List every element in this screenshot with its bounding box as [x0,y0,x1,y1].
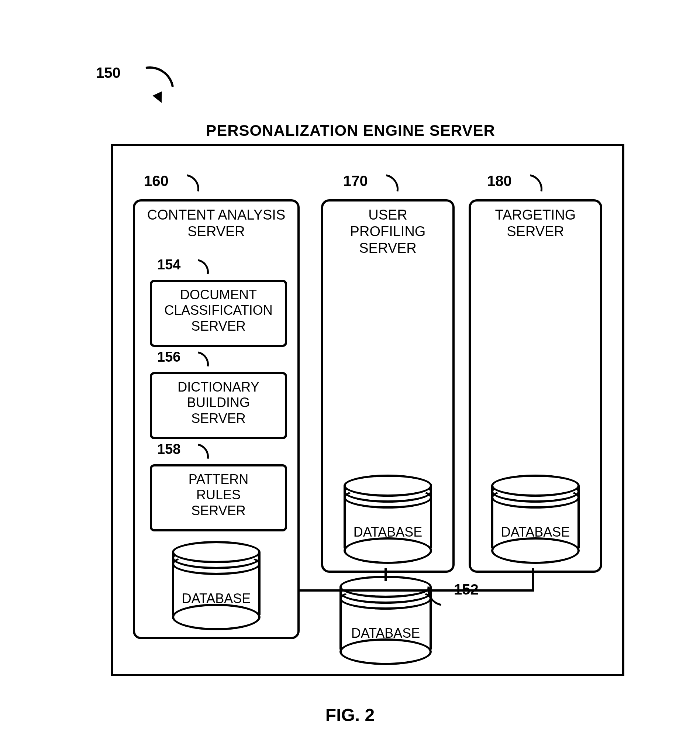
user-profiling-server-box: USERPROFILINGSERVER DATABASE [321,199,454,573]
figure-canvas: 150 PERSONALIZATION ENGINE SERVER 160 CO… [0,0,700,751]
targeting-title: TARGETINGSERVER [471,207,600,240]
user-profiling-db: DATABASE [343,474,432,559]
content-analysis-title: CONTENT ANALYSISSERVER [135,207,297,240]
figure-caption: FIG. 2 [0,705,700,725]
targeting-db-label: DATABASE [491,524,580,540]
figure-ref-150: 150 [96,65,121,81]
ref-160: 160 [144,173,168,189]
content-analysis-server-box: CONTENT ANALYSISSERVER 154 DOCUMENTCLASS… [133,199,300,639]
dictionary-building-box: DICTIONARYBUILDINGSERVER [150,372,287,439]
ref-154: 154 [157,257,181,273]
content-analysis-db-label: DATABASE [172,591,261,606]
pattern-rules-box: PATTERNRULESSERVER [150,464,287,532]
shared-db-label: DATABASE [340,626,432,641]
ref-158: 158 [157,441,181,457]
connector-line [385,568,387,581]
ref-156: 156 [157,349,181,365]
dictionary-building-title: DICTIONARYBUILDINGSERVER [152,379,285,426]
targeting-server-box: TARGETINGSERVER DATABASE [469,199,602,573]
doc-classification-box: DOCUMENTCLASSIFICATIONSERVER [150,280,287,347]
targeting-db: DATABASE [491,474,580,559]
ref-180: 180 [487,173,512,189]
connector-line [297,589,385,592]
shared-db: DATABASE [340,576,432,661]
connector-line [532,568,534,592]
user-profiling-title: USERPROFILINGSERVER [323,207,453,256]
user-profiling-db-label: DATABASE [343,524,432,540]
content-analysis-db: DATABASE [172,541,261,626]
diagram-title: PERSONALIZATION ENGINE SERVER [111,122,590,139]
pattern-rules-title: PATTERNRULESSERVER [152,471,285,519]
ref-arc-150 [116,57,184,125]
doc-classification-title: DOCUMENTCLASSIFICATIONSERVER [152,287,285,334]
connector-line [385,589,532,592]
ref-170: 170 [343,173,368,189]
